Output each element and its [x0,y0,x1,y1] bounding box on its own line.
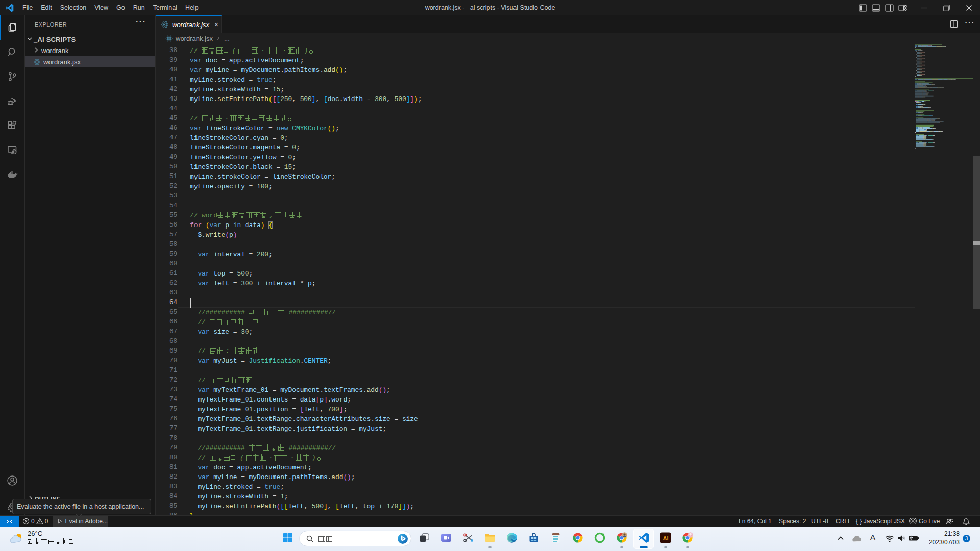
svg-text:Ai: Ai [663,535,669,541]
